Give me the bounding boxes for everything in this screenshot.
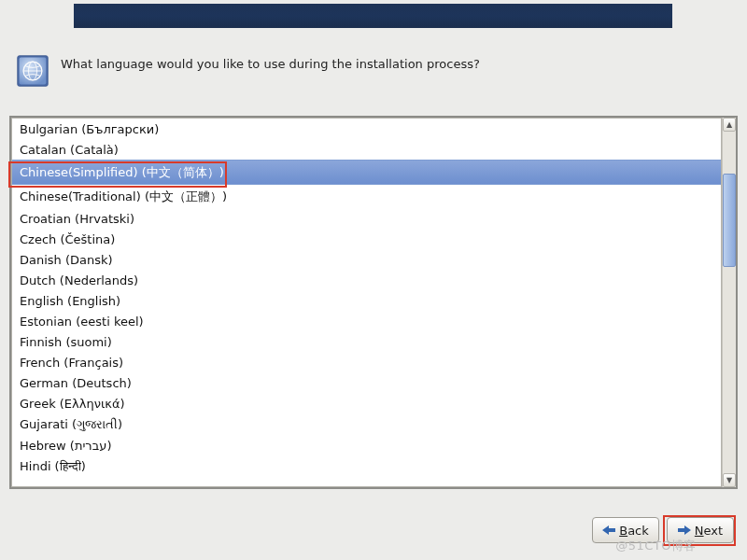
scroll-thumb[interactable]: [723, 174, 736, 267]
language-item[interactable]: Hebrew (עברית): [12, 435, 721, 455]
language-list-frame: Bulgarian (Български)Catalan (Català)Chi…: [9, 116, 738, 489]
language-item[interactable]: Croatian (Hrvatski): [12, 208, 721, 229]
next-button-label: Next: [695, 524, 723, 538]
prompt-row: What language would you like to use duri…: [16, 50, 731, 88]
language-item[interactable]: English (English): [12, 290, 721, 311]
scroll-track[interactable]: [723, 132, 736, 473]
arrow-left-icon: [602, 525, 615, 535]
language-list[interactable]: Bulgarian (Български)Catalan (Català)Chi…: [11, 118, 722, 487]
globe-icon: [16, 54, 49, 88]
language-item[interactable]: French (Français): [12, 352, 721, 372]
header-bar: [74, 4, 672, 28]
language-item[interactable]: Danish (Dansk): [12, 249, 721, 270]
language-item[interactable]: Czech (Čeština): [12, 229, 721, 249]
next-button[interactable]: Next: [667, 517, 734, 543]
scrollbar[interactable]: ▲ ▼: [722, 118, 736, 487]
language-item[interactable]: Chinese(Traditional) (中文（正體）): [12, 185, 721, 208]
language-item[interactable]: Finnish (suomi): [12, 331, 721, 352]
language-item[interactable]: Dutch (Nederlands): [12, 270, 721, 290]
language-item[interactable]: Estonian (eesti keel): [12, 311, 721, 331]
language-item[interactable]: Gujarati (ગુજરાતી): [12, 413, 721, 435]
language-item[interactable]: Bulgarian (Български): [12, 119, 721, 139]
scroll-up-button[interactable]: ▲: [723, 118, 736, 132]
language-item[interactable]: German (Deutsch): [12, 372, 721, 393]
back-button-label: Back: [619, 524, 649, 538]
arrow-right-icon: [678, 525, 691, 535]
nav-buttons: Back Next: [592, 517, 734, 543]
language-item[interactable]: Catalan (Català): [12, 139, 721, 160]
language-item[interactable]: Greek (Ελληνικά): [12, 393, 721, 413]
prompt-text: What language would you like to use duri…: [61, 50, 480, 73]
language-item[interactable]: Chinese(Simplified) (中文（简体）): [12, 160, 721, 185]
scroll-down-button[interactable]: ▼: [723, 473, 736, 487]
back-button[interactable]: Back: [592, 517, 659, 543]
language-item[interactable]: Hindi (हिन्दी): [12, 455, 721, 477]
